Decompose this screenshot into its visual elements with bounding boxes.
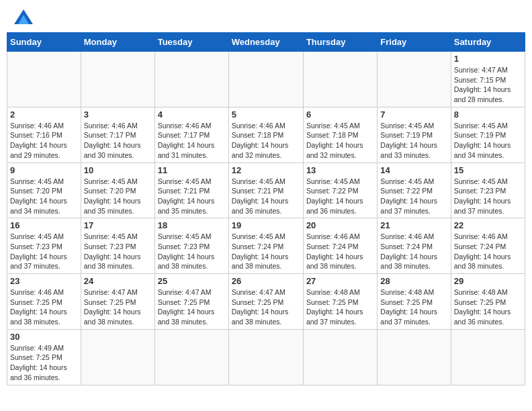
- calendar-cell: 4Sunrise: 4:46 AM Sunset: 7:17 PM Daylig…: [154, 107, 228, 163]
- calendar-cell: [7, 52, 81, 107]
- day-info: Sunrise: 4:45 AM Sunset: 7:22 PM Dayligh…: [380, 177, 447, 216]
- calendar-cell: 18Sunrise: 4:45 AM Sunset: 7:23 PM Dayli…: [154, 218, 228, 274]
- day-info: Sunrise: 4:47 AM Sunset: 7:25 PM Dayligh…: [232, 287, 300, 327]
- day-info: Sunrise: 4:45 AM Sunset: 7:23 PM Dayligh…: [10, 232, 78, 271]
- calendar-cell: 11Sunrise: 4:45 AM Sunset: 7:21 PM Dayli…: [154, 163, 228, 218]
- week-row-1: 1Sunrise: 4:47 AM Sunset: 7:15 PM Daylig…: [7, 52, 525, 107]
- calendar-cell: [378, 329, 451, 385]
- weekday-monday: Monday: [81, 33, 154, 52]
- day-number: 28: [380, 276, 447, 286]
- calendar-cell: 6Sunrise: 4:45 AM Sunset: 7:18 PM Daylig…: [303, 107, 377, 163]
- logo-icon: [14, 9, 33, 24]
- week-row-3: 9Sunrise: 4:45 AM Sunset: 7:20 PM Daylig…: [7, 163, 525, 218]
- day-number: 6: [306, 109, 374, 120]
- calendar-cell: 12Sunrise: 4:45 AM Sunset: 7:21 PM Dayli…: [228, 163, 303, 218]
- calendar-cell: 20Sunrise: 4:46 AM Sunset: 7:24 PM Dayli…: [303, 218, 377, 274]
- calendar-cell: 13Sunrise: 4:45 AM Sunset: 7:22 PM Dayli…: [303, 163, 377, 218]
- weekday-friday: Friday: [378, 33, 451, 52]
- logo: [12, 9, 33, 24]
- calendar-cell: 2Sunrise: 4:46 AM Sunset: 7:16 PM Daylig…: [7, 107, 81, 163]
- calendar-cell: 30Sunrise: 4:49 AM Sunset: 7:25 PM Dayli…: [7, 329, 81, 385]
- day-info: Sunrise: 4:45 AM Sunset: 7:18 PM Dayligh…: [306, 121, 374, 161]
- day-number: 14: [380, 165, 447, 175]
- day-info: Sunrise: 4:49 AM Sunset: 7:25 PM Dayligh…: [10, 343, 78, 383]
- calendar-cell: 3Sunrise: 4:46 AM Sunset: 7:17 PM Daylig…: [81, 107, 154, 163]
- calendar-cell: [378, 52, 451, 107]
- day-info: Sunrise: 4:46 AM Sunset: 7:24 PM Dayligh…: [454, 232, 522, 271]
- day-info: Sunrise: 4:48 AM Sunset: 7:25 PM Dayligh…: [454, 287, 522, 327]
- day-info: Sunrise: 4:45 AM Sunset: 7:22 PM Dayligh…: [306, 177, 374, 216]
- weekday-wednesday: Wednesday: [228, 33, 303, 52]
- day-info: Sunrise: 4:45 AM Sunset: 7:20 PM Dayligh…: [84, 177, 152, 216]
- day-number: 1: [454, 54, 522, 64]
- week-row-4: 16Sunrise: 4:45 AM Sunset: 7:23 PM Dayli…: [7, 218, 525, 274]
- header: [7, 7, 525, 27]
- weekday-sunday: Sunday: [7, 33, 81, 52]
- calendar-cell: 17Sunrise: 4:45 AM Sunset: 7:23 PM Dayli…: [81, 218, 154, 274]
- calendar-cell: 25Sunrise: 4:47 AM Sunset: 7:25 PM Dayli…: [154, 274, 228, 330]
- day-info: Sunrise: 4:45 AM Sunset: 7:23 PM Dayligh…: [454, 177, 522, 216]
- day-number: 12: [232, 165, 300, 175]
- day-number: 4: [158, 109, 226, 120]
- page: SundayMondayTuesdayWednesdayThursdayFrid…: [0, 0, 532, 392]
- day-number: 11: [158, 165, 226, 175]
- day-number: 21: [380, 220, 447, 230]
- weekday-saturday: Saturday: [451, 33, 525, 52]
- calendar-cell: [154, 329, 228, 385]
- day-info: Sunrise: 4:46 AM Sunset: 7:17 PM Dayligh…: [84, 121, 152, 161]
- day-number: 3: [84, 109, 152, 120]
- calendar-cell: [228, 52, 303, 107]
- calendar-cell: 19Sunrise: 4:45 AM Sunset: 7:24 PM Dayli…: [228, 218, 303, 274]
- day-number: 20: [306, 220, 374, 230]
- day-number: 10: [84, 165, 152, 175]
- day-info: Sunrise: 4:48 AM Sunset: 7:25 PM Dayligh…: [306, 287, 374, 327]
- calendar-cell: [303, 329, 377, 385]
- day-info: Sunrise: 4:45 AM Sunset: 7:19 PM Dayligh…: [380, 121, 447, 161]
- day-number: 16: [10, 220, 78, 230]
- week-row-2: 2Sunrise: 4:46 AM Sunset: 7:16 PM Daylig…: [7, 107, 525, 163]
- day-info: Sunrise: 4:45 AM Sunset: 7:24 PM Dayligh…: [232, 232, 300, 271]
- day-info: Sunrise: 4:45 AM Sunset: 7:23 PM Dayligh…: [158, 232, 226, 271]
- calendar-cell: 8Sunrise: 4:45 AM Sunset: 7:19 PM Daylig…: [451, 107, 525, 163]
- calendar-cell: [81, 329, 154, 385]
- day-number: 7: [380, 109, 447, 120]
- day-number: 26: [232, 276, 300, 286]
- day-info: Sunrise: 4:45 AM Sunset: 7:21 PM Dayligh…: [158, 177, 226, 216]
- day-info: Sunrise: 4:48 AM Sunset: 7:25 PM Dayligh…: [380, 287, 447, 327]
- day-number: 15: [454, 165, 522, 175]
- week-row-5: 23Sunrise: 4:46 AM Sunset: 7:25 PM Dayli…: [7, 274, 525, 330]
- calendar-cell: [451, 329, 525, 385]
- day-info: Sunrise: 4:47 AM Sunset: 7:25 PM Dayligh…: [84, 287, 152, 327]
- calendar-cell: [228, 329, 303, 385]
- calendar-cell: 14Sunrise: 4:45 AM Sunset: 7:22 PM Dayli…: [378, 163, 451, 218]
- calendar-cell: [303, 52, 377, 107]
- calendar-cell: 5Sunrise: 4:46 AM Sunset: 7:18 PM Daylig…: [228, 107, 303, 163]
- day-info: Sunrise: 4:45 AM Sunset: 7:20 PM Dayligh…: [10, 177, 78, 216]
- day-number: 23: [10, 276, 78, 286]
- calendar-cell: [81, 52, 154, 107]
- day-number: 27: [306, 276, 374, 286]
- calendar-cell: 27Sunrise: 4:48 AM Sunset: 7:25 PM Dayli…: [303, 274, 377, 330]
- week-row-6: 30Sunrise: 4:49 AM Sunset: 7:25 PM Dayli…: [7, 329, 525, 385]
- day-info: Sunrise: 4:46 AM Sunset: 7:16 PM Dayligh…: [10, 121, 78, 161]
- day-number: 19: [232, 220, 300, 230]
- day-info: Sunrise: 4:46 AM Sunset: 7:25 PM Dayligh…: [10, 287, 78, 327]
- day-number: 9: [10, 165, 78, 175]
- day-number: 25: [158, 276, 226, 286]
- day-number: 5: [232, 109, 300, 120]
- calendar-cell: 21Sunrise: 4:46 AM Sunset: 7:24 PM Dayli…: [378, 218, 451, 274]
- calendar-cell: 26Sunrise: 4:47 AM Sunset: 7:25 PM Dayli…: [228, 274, 303, 330]
- calendar-cell: 24Sunrise: 4:47 AM Sunset: 7:25 PM Dayli…: [81, 274, 154, 330]
- calendar-cell: 1Sunrise: 4:47 AM Sunset: 7:15 PM Daylig…: [451, 52, 525, 107]
- calendar-cell: 15Sunrise: 4:45 AM Sunset: 7:23 PM Dayli…: [451, 163, 525, 218]
- day-info: Sunrise: 4:46 AM Sunset: 7:24 PM Dayligh…: [306, 232, 374, 271]
- calendar-cell: 7Sunrise: 4:45 AM Sunset: 7:19 PM Daylig…: [378, 107, 451, 163]
- calendar-cell: 22Sunrise: 4:46 AM Sunset: 7:24 PM Dayli…: [451, 218, 525, 274]
- day-info: Sunrise: 4:45 AM Sunset: 7:19 PM Dayligh…: [454, 121, 522, 161]
- calendar-cell: 23Sunrise: 4:46 AM Sunset: 7:25 PM Dayli…: [7, 274, 81, 330]
- calendar-cell: 29Sunrise: 4:48 AM Sunset: 7:25 PM Dayli…: [451, 274, 525, 330]
- calendar-cell: 10Sunrise: 4:45 AM Sunset: 7:20 PM Dayli…: [81, 163, 154, 218]
- day-number: 17: [84, 220, 152, 230]
- calendar-cell: 9Sunrise: 4:45 AM Sunset: 7:20 PM Daylig…: [7, 163, 81, 218]
- calendar-cell: 28Sunrise: 4:48 AM Sunset: 7:25 PM Dayli…: [378, 274, 451, 330]
